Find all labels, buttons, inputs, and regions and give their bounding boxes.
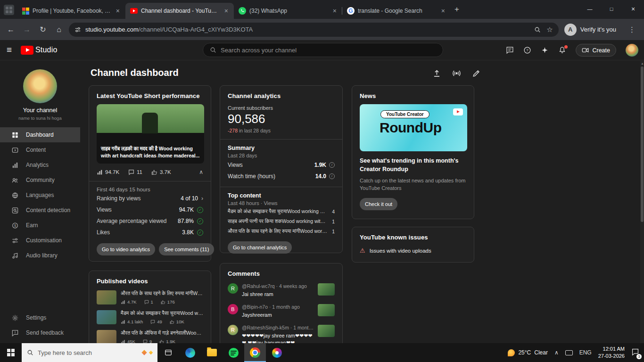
search-icon[interactable] (534, 26, 541, 33)
sidebar-item-content[interactable]: Content (0, 142, 80, 157)
studio-avatar[interactable] (626, 44, 638, 57)
tab-close-icon[interactable]: × (223, 7, 230, 15)
metric-row[interactable]: Ranking by views 4 of 10 › (97, 193, 203, 204)
tab-profile[interactable]: Profile | Youtube, Facebook, Tw × (17, 3, 125, 19)
scrollbar-thumb[interactable] (641, 66, 644, 222)
short-thumbnail[interactable]: साहब गरीब लड़की का मदद की है Wood workin… (97, 104, 204, 164)
top-content-title: Top content (228, 192, 335, 199)
comment-row[interactable]: R @RatneshSingh-k5m · 1 month ago ❤❤❤❤❤j… (228, 325, 335, 343)
browser-menu-icon[interactable]: ⋮ (625, 25, 639, 34)
spotify-button[interactable] (223, 343, 244, 362)
comment-row[interactable]: R @Rahul-wc7rq · 4 weeks ago Jai shree r… (228, 283, 335, 298)
studio-search-input[interactable] (221, 47, 436, 54)
check-icon: ✓ (197, 230, 203, 236)
issue-row[interactable]: ⚠ Issues with video uploads (360, 247, 466, 254)
upload-videos-button[interactable] (429, 66, 444, 81)
tab-channel-dashboard[interactable]: Channel dashboard - YouTube S × (125, 3, 234, 19)
published-video-row[interactable]: मैडम को अंधा समझकर पैसा चुरायाWood worki… (97, 310, 203, 324)
sidebar-item-languages[interactable]: Languages (0, 188, 80, 203)
channel-subtitle: name to suna hi hoga (0, 115, 80, 121)
reload-button[interactable]: ↻ (37, 25, 49, 34)
sidebar-item-audio-library[interactable]: Audio library (0, 248, 80, 263)
sidebar-item-settings[interactable]: Settings (0, 310, 80, 325)
info-icon[interactable]: i (329, 173, 335, 179)
sidebar-item-send-feedback[interactable]: Send feedback (0, 325, 80, 340)
tab-google-search[interactable]: G translate - Google Search × (342, 3, 451, 19)
task-view-button[interactable] (157, 343, 179, 362)
comment-row[interactable]: B @Bipin-n7o · 1 month ago Jayshreeram (228, 304, 335, 319)
studio-search-bar[interactable] (203, 43, 443, 57)
forward-button[interactable]: → (21, 25, 33, 34)
info-icon[interactable]: i (329, 162, 335, 168)
top-content-row[interactable]: साहब अपनी पत्नी पर किया शकWood working w… (228, 217, 335, 226)
chrome-button[interactable] (244, 343, 266, 362)
touch-keyboard-icon[interactable] (565, 350, 573, 355)
sidebar-item-label: Community (26, 177, 55, 183)
site-settings-icon[interactable] (74, 26, 81, 33)
start-button[interactable] (0, 343, 22, 362)
create-button[interactable]: Create (576, 44, 616, 57)
news-banner[interactable]: YouTube Creator RoundUp (360, 104, 467, 151)
card-title: Latest YouTube Short performance (97, 92, 203, 99)
bookmark-star-icon[interactable]: ☆ (546, 25, 553, 34)
scroll-up-arrow[interactable]: ▲ (641, 62, 644, 65)
new-tab-button[interactable]: + (454, 5, 459, 14)
home-button[interactable]: ⌂ (53, 25, 65, 34)
taskbar-clock[interactable]: 12:01 AM 27-03-2026 (598, 346, 625, 360)
help-icon[interactable]: ? (523, 46, 531, 54)
video-title: मैडम को अंधा समझकर पैसा चुरायाWood worki… (121, 310, 203, 316)
sidebar-item-dashboard[interactable]: Dashboard (0, 127, 80, 142)
collapse-chevron-icon[interactable]: ∧ (199, 169, 203, 175)
tab-whatsapp[interactable]: (32) WhatsApp × (234, 3, 342, 19)
taskbar-search[interactable] (22, 343, 157, 362)
close-button[interactable]: × (622, 0, 644, 18)
taskbar-search-input[interactable] (38, 349, 138, 356)
page-scrollbar[interactable]: ▲ (640, 61, 644, 343)
edit-button[interactable] (469, 66, 484, 81)
sidebar-item-customisation[interactable]: Customisation (0, 233, 80, 248)
published-video-row[interactable]: औरत पति के साथ रहने के लिए रुपया मांगीWo… (97, 290, 203, 304)
svg-text:?: ? (527, 48, 529, 52)
notifications-bell-icon[interactable] (558, 46, 566, 54)
weather-widget[interactable]: 25°C Clear (508, 349, 548, 356)
likes-icon (170, 320, 174, 324)
hamburger-menu-icon[interactable]: ≡ (7, 45, 21, 55)
file-explorer-button[interactable] (201, 343, 223, 362)
tab-close-icon[interactable]: × (114, 7, 122, 15)
upload-icon (432, 69, 441, 78)
show-hidden-icons-chevron[interactable]: ∧ (554, 349, 559, 356)
top-content-row[interactable]: औरत पति के साथ रहने के लिए रुपया मांगीWo… (228, 227, 335, 236)
profile-chip[interactable]: A Verify it's you (562, 22, 621, 37)
published-video-row[interactable]: औरत पति के ऑफिस में गाड़े बननेवालीWood w… (97, 330, 203, 343)
address-bar[interactable]: studio.youtube.com/channel/UCQaHa-ArG4_c… (69, 23, 559, 37)
see-comments-button[interactable]: See comments (11) (159, 243, 214, 255)
tab-close-icon[interactable]: × (439, 7, 447, 15)
pinned-tab-favicon[interactable] (4, 5, 14, 15)
maximize-button[interactable]: □ (601, 0, 622, 18)
sidebar-item-earn[interactable]: $ Earn (0, 218, 80, 233)
check-it-out-button[interactable]: Check it out (360, 198, 397, 210)
feedback-icon[interactable] (506, 46, 514, 54)
paint-icon (272, 348, 282, 358)
svg-text:$: $ (14, 223, 17, 228)
studio-logo[interactable]: Studio (21, 46, 58, 55)
channel-avatar[interactable] (23, 69, 57, 103)
language-indicator[interactable]: ENG (579, 349, 592, 356)
minimize-button[interactable]: — (579, 0, 601, 18)
paint-app-button[interactable] (266, 343, 288, 362)
sidebar-item-analytics[interactable]: Analytics (0, 157, 80, 173)
sparkle-icon[interactable] (541, 46, 549, 54)
channel-analytics-button[interactable]: Go to channel analytics (228, 241, 292, 254)
comment-video-thumbnail (318, 304, 335, 316)
search-highlights-icon[interactable] (141, 350, 147, 355)
action-center-button[interactable]: 3 (631, 348, 639, 358)
video-analytics-button[interactable]: Go to video analytics (97, 243, 155, 255)
edge-app-button[interactable] (179, 343, 201, 362)
taskbar: 25°C Clear ∧ ENG 12:01 AM 27-03-2026 3 (0, 343, 644, 362)
top-content-row[interactable]: मैडम को अंधा समझकर पैसा चुरायाWood worki… (228, 207, 335, 216)
back-button[interactable]: ← (5, 25, 17, 34)
go-live-button[interactable] (449, 66, 464, 81)
tab-close-icon[interactable]: × (331, 7, 339, 15)
sidebar-item-content-detection[interactable]: Content detection (0, 203, 80, 218)
sidebar-item-community[interactable]: Community (0, 173, 80, 188)
